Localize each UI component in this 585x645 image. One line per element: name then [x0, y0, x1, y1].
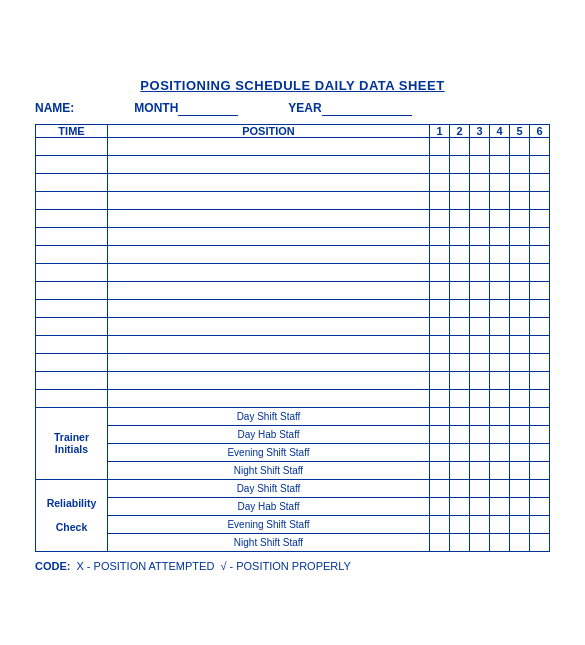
trainer-initials-row-1: TrainerInitials Day Shift Staff — [36, 407, 550, 425]
col-2-header: 2 — [450, 124, 470, 137]
col-4-header: 4 — [490, 124, 510, 137]
table-row — [36, 335, 550, 353]
table-row — [36, 227, 550, 245]
rc-day-hab-staff-label: Day Hab Staff — [108, 497, 430, 515]
table-row — [36, 281, 550, 299]
day-shift-staff-label: Day Shift Staff — [108, 407, 430, 425]
trainer-initials-row-3: Evening Shift Staff — [36, 443, 550, 461]
trainer-initials-label: TrainerInitials — [36, 407, 108, 479]
month-label: MONTH — [134, 101, 238, 116]
evening-shift-staff-label: Evening Shift Staff — [108, 443, 430, 461]
table-row — [36, 389, 550, 407]
reliability-check-row-3: Evening Shift Staff — [36, 515, 550, 533]
table-row — [36, 371, 550, 389]
year-label: YEAR — [288, 101, 411, 116]
table-row — [36, 209, 550, 227]
rc-night-shift-staff-label: Night Shift Staff — [108, 533, 430, 551]
table-row — [36, 173, 550, 191]
table-row — [36, 299, 550, 317]
page: POSITIONING SCHEDULE DAILY DATA SHEET NA… — [15, 60, 570, 586]
col-position-header: POSITION — [108, 124, 430, 137]
code-item-2: √ - POSITION PROPERLY — [220, 560, 351, 572]
table-row — [36, 137, 550, 155]
table-row — [36, 155, 550, 173]
code-label: CODE: — [35, 560, 70, 572]
reliability-check-row-1: ReliabilityCheck Day Shift Staff — [36, 479, 550, 497]
data-table: TIME POSITION 1 2 3 4 5 6 — [35, 124, 550, 552]
col-3-header: 3 — [470, 124, 490, 137]
table-row — [36, 317, 550, 335]
trainer-initials-row-2: Day Hab Staff — [36, 425, 550, 443]
page-title: POSITIONING SCHEDULE DAILY DATA SHEET — [35, 78, 550, 93]
code-row: CODE: X - POSITION ATTEMPTED √ - POSITIO… — [35, 560, 550, 572]
table-header-row: TIME POSITION 1 2 3 4 5 6 — [36, 124, 550, 137]
table-row — [36, 191, 550, 209]
reliability-check-row-2: Day Hab Staff — [36, 497, 550, 515]
table-row — [36, 245, 550, 263]
rc-day-shift-staff-label: Day Shift Staff — [108, 479, 430, 497]
night-shift-staff-label: Night Shift Staff — [108, 461, 430, 479]
table-row — [36, 263, 550, 281]
col-1-header: 1 — [430, 124, 450, 137]
header-row: NAME: MONTH YEAR — [35, 101, 550, 116]
table-row — [36, 353, 550, 371]
name-label: NAME: — [35, 101, 74, 115]
trainer-initials-row-4: Night Shift Staff — [36, 461, 550, 479]
col-5-header: 5 — [510, 124, 530, 137]
reliability-check-row-4: Night Shift Staff — [36, 533, 550, 551]
reliability-check-label: ReliabilityCheck — [36, 479, 108, 551]
rc-evening-shift-staff-label: Evening Shift Staff — [108, 515, 430, 533]
day-hab-staff-label: Day Hab Staff — [108, 425, 430, 443]
col-time-header: TIME — [36, 124, 108, 137]
code-item-1: X - POSITION ATTEMPTED — [76, 560, 214, 572]
col-6-header: 6 — [530, 124, 550, 137]
